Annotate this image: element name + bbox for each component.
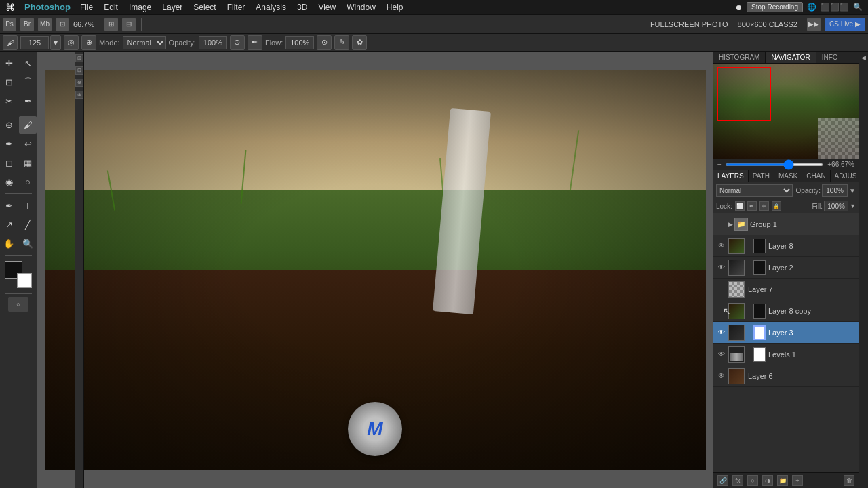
lock-paint-icon[interactable]: ✒	[747, 201, 757, 211]
line-tool[interactable]: ╱	[19, 216, 37, 233]
menu-3d[interactable]: 3D	[292, 0, 313, 14]
tab-navigator[interactable]: NAVIGATOR	[766, 52, 816, 63]
marquee-tool[interactable]: ⊡	[0, 73, 18, 91]
tab-mask[interactable]: MASK	[774, 170, 802, 182]
eyedropper-tool[interactable]: ✒	[19, 92, 37, 110]
canvas-size-icon[interactable]: ⊡	[56, 18, 69, 31]
blend-mode-select[interactable]: Normal Multiply Screen Overlay	[123, 36, 166, 49]
airbrush-icon[interactable]: ✒	[248, 35, 262, 50]
lock-move-icon[interactable]: ✛	[760, 201, 769, 211]
layer-item[interactable]: ▶ 📁 Group 1	[713, 214, 859, 235]
menu-file[interactable]: File	[75, 0, 98, 14]
menu-select[interactable]: Select	[188, 0, 221, 14]
opacity-options-icon[interactable]: ⊙	[230, 35, 245, 50]
layer-visibility-toggle[interactable]: 👁	[716, 349, 727, 360]
delete-layer-button[interactable]: 🗑	[844, 475, 854, 486]
layer-item[interactable]: 👁 Levels 1	[713, 344, 859, 365]
layer-item[interactable]: 👁 Layer 8	[713, 235, 859, 257]
quick-mask-btn[interactable]: ○	[8, 297, 28, 312]
lock-all-icon[interactable]: 🔒	[772, 201, 781, 211]
blur-tool[interactable]: ◉	[0, 173, 18, 190]
add-style-button[interactable]: fx	[732, 475, 743, 486]
layer-item[interactable]: 👁 Layer 7	[713, 279, 859, 300]
brush-options-icon[interactable]: ◎	[64, 35, 79, 50]
stop-recording-button[interactable]: Stop Recording	[747, 2, 803, 12]
move-tool[interactable]: ✛	[0, 54, 18, 72]
healing-tool[interactable]: ⊕	[0, 116, 18, 134]
menu-filter[interactable]: Filter	[222, 0, 251, 14]
clone-stamp-tool[interactable]: ✒	[0, 135, 18, 152]
layer-visibility-toggle[interactable]: 👁	[716, 284, 727, 295]
cs-live-icon[interactable]: CS Live ▶	[825, 18, 865, 31]
tab-layers[interactable]: LAYERS	[713, 170, 749, 182]
new-adjustment-button[interactable]: ◑	[762, 475, 773, 486]
menu-view[interactable]: View	[313, 0, 341, 14]
fg-bg-colors[interactable]	[5, 261, 32, 288]
tab-channels[interactable]: CHAN	[802, 170, 830, 182]
layer-visibility-toggle[interactable]	[716, 219, 727, 230]
view-mode-icon[interactable]: ⊞	[104, 18, 118, 31]
layer-item-selected[interactable]: 👁 Layer 3	[713, 322, 859, 344]
crop-tool[interactable]: ✂	[0, 92, 18, 110]
lasso-tool[interactable]: ⌒	[19, 73, 37, 91]
zoom-slider[interactable]	[726, 163, 823, 166]
layer-item[interactable]: 👁 Layer 8 copy ↖	[713, 300, 859, 322]
dodge-tool[interactable]: ○	[19, 173, 37, 190]
menu-help[interactable]: Help	[381, 0, 409, 14]
new-group-button[interactable]: 📁	[777, 475, 788, 486]
menu-window[interactable]: Window	[341, 0, 381, 14]
type-tool[interactable]: T	[19, 197, 37, 214]
brush-size-adjust[interactable]: ▼	[50, 35, 61, 50]
brush-tool-icon[interactable]: 🖌	[3, 35, 18, 50]
hand-tool[interactable]: ✋	[0, 235, 18, 252]
tab-path[interactable]: PATH	[749, 170, 774, 182]
lock-transparent-icon[interactable]: ⬜	[735, 201, 745, 211]
add-mask-button[interactable]: ○	[747, 475, 758, 486]
br-icon[interactable]: Br	[20, 18, 34, 31]
layer-opacity-input[interactable]: 100%	[822, 184, 848, 197]
new-layer-button[interactable]: +	[792, 475, 803, 486]
fill-input[interactable]: 100%	[824, 201, 848, 211]
brush-mode-icon[interactable]: ⊕	[81, 35, 96, 50]
layer-visibility-toggle[interactable]: 👁	[716, 241, 727, 251]
menu-layer[interactable]: Layer	[157, 0, 188, 14]
layer-item[interactable]: 👁 Layer 2	[713, 257, 859, 279]
layer-item[interactable]: 👁 Layer 6	[713, 365, 859, 387]
fill-arrow[interactable]: ▼	[850, 203, 856, 209]
arrange-icon[interactable]: ⊟	[122, 18, 136, 31]
selection-tool[interactable]: ↖	[19, 54, 37, 72]
mb-icon[interactable]: Mb	[38, 18, 52, 31]
layer-visibility-toggle[interactable]: 👁	[716, 371, 727, 382]
menu-edit[interactable]: Edit	[98, 0, 123, 14]
search-icon[interactable]: 🔍	[853, 3, 863, 12]
group-expand-icon[interactable]: ▶	[728, 221, 733, 228]
tab-histogram[interactable]: HISTOGRAM	[713, 52, 766, 63]
history-brush-tool[interactable]: ↩	[19, 135, 37, 152]
eraser-tool[interactable]: ◻	[0, 154, 18, 171]
flow-input[interactable]: 100%	[285, 36, 314, 49]
brush-tool[interactable]: 🖌	[19, 116, 37, 134]
path-select-tool[interactable]: ↗	[0, 216, 18, 233]
gradient-tool[interactable]: ▦	[19, 154, 37, 171]
menu-image[interactable]: Image	[123, 0, 157, 14]
tab-adjustments[interactable]: ADJUS	[831, 170, 862, 182]
zoom-out-icon[interactable]: −	[717, 161, 722, 168]
flow-options-icon[interactable]: ⊙	[317, 35, 332, 50]
background-color[interactable]	[17, 273, 32, 288]
apple-menu[interactable]: ⌘	[0, 2, 20, 13]
clone-icon[interactable]: ✿	[352, 35, 367, 50]
opacity-arrow[interactable]: ▼	[849, 187, 856, 195]
brush-size-input[interactable]: 125	[20, 36, 49, 49]
layer-visibility-toggle[interactable]: 👁	[716, 327, 727, 338]
panel-collapse-tab[interactable]: ◀	[859, 52, 868, 488]
layer-visibility-toggle[interactable]: 👁	[716, 262, 727, 273]
tablet-icon[interactable]: ✎	[334, 35, 349, 50]
menu-analysis[interactable]: Analysis	[250, 0, 292, 14]
arrow-icon[interactable]: ▶▶	[807, 18, 821, 31]
layer-blend-mode[interactable]: Normal Multiply Screen Overlay	[716, 184, 793, 197]
zoom-tool[interactable]: 🔍	[19, 235, 37, 252]
link-layers-button[interactable]: 🔗	[717, 475, 728, 486]
pen-tool[interactable]: ✒	[0, 197, 18, 214]
opacity-input[interactable]: 100%	[199, 36, 227, 49]
tab-info[interactable]: INFO	[816, 52, 844, 63]
